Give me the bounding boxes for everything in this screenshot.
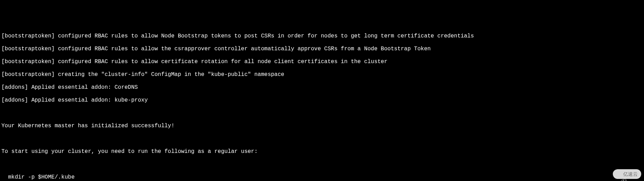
terminal-line: [bootstraptoken] configured RBAC rules t… (1, 33, 644, 40)
terminal-line: Your Kubernetes master has initialized s… (1, 123, 644, 129)
terminal-line (1, 136, 644, 142)
terminal-line: [bootstraptoken] configured RBAC rules t… (1, 46, 644, 52)
terminal-line: [bootstraptoken] creating the "cluster-i… (1, 71, 644, 78)
terminal-line (1, 110, 644, 117)
terminal-output[interactable]: [bootstraptoken] configured RBAC rules t… (0, 26, 644, 181)
terminal-line: [addons] Applied essential addon: CoreDN… (1, 84, 644, 91)
terminal-line: To start using your cluster, you need to… (1, 148, 644, 155)
watermark-text: 亿速云 (623, 171, 638, 178)
terminal-line: [addons] Applied essential addon: kube-p… (1, 97, 644, 104)
cloud-icon (615, 171, 622, 178)
terminal-line: mkdir -p $HOME/.kube (1, 174, 644, 181)
terminal-line (1, 161, 644, 168)
watermark-badge: 亿速云 (613, 169, 641, 179)
terminal-line: [bootstraptoken] configured RBAC rules t… (1, 59, 644, 65)
